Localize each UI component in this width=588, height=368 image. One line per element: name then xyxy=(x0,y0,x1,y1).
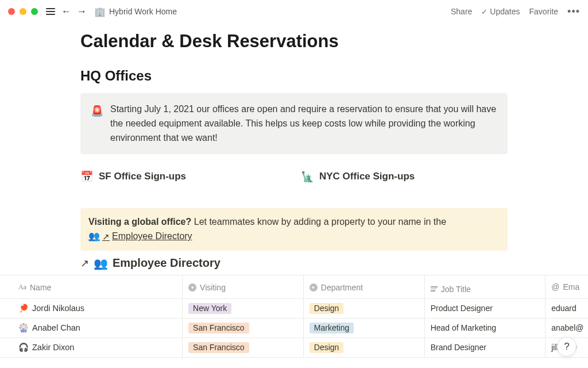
text-icon: Aa xyxy=(18,283,26,292)
page-content: Calendar & Desk Reservations HQ Offices … xyxy=(0,22,588,358)
row-name: Anabel Chan xyxy=(32,323,80,332)
row-icon: 🏓 xyxy=(18,304,29,313)
visiting-callout: Visiting a global office? Let teammates … xyxy=(80,208,508,251)
topbar-left: ← → 🏢 Hybrid Work Home xyxy=(8,6,177,17)
col-name[interactable]: AaName xyxy=(0,275,183,298)
updates-label: Updates xyxy=(490,7,520,16)
email-cell: anabel@ xyxy=(546,318,588,338)
arrow-upright-icon: ↗ xyxy=(102,230,110,243)
table-row[interactable]: 🎡Anabel ChanSan FranciscoMarketingHead o… xyxy=(0,318,588,338)
database-table: AaName ▾Visiting ▾Department Job Title @… xyxy=(0,275,588,358)
col-name-label: Name xyxy=(30,283,51,292)
menu-icon[interactable] xyxy=(45,7,56,16)
breadcrumb[interactable]: 🏢 Hybrid Work Home xyxy=(94,6,177,17)
help-button[interactable]: ? xyxy=(557,337,577,356)
sf-signups-label: SF Office Sign-ups xyxy=(99,171,186,182)
minimize-window-icon[interactable] xyxy=(20,8,26,15)
col-email-label: Ema xyxy=(563,282,579,292)
topbar-right: Share ✓ Updates Favorite ••• xyxy=(451,6,580,17)
col-visiting[interactable]: ▾Visiting xyxy=(183,275,304,298)
visiting-bold: Visiting a global office? xyxy=(88,217,191,227)
job-title-cell: Product Designer xyxy=(424,298,546,318)
back-button[interactable]: ← xyxy=(61,6,72,17)
updates-button[interactable]: ✓ Updates xyxy=(481,7,520,16)
page-title: Calendar & Desk Reservations xyxy=(80,31,508,52)
at-icon: @ xyxy=(551,282,559,292)
sf-signups-link[interactable]: 📅 SF Office Sign-ups xyxy=(80,170,287,183)
employee-directory-inline-link[interactable]: 👥 ↗ Employee Directory xyxy=(88,229,192,244)
maximize-window-icon[interactable] xyxy=(31,8,38,15)
window-controls xyxy=(8,8,38,15)
topbar: ← → 🏢 Hybrid Work Home Share ✓ Updates F… xyxy=(0,0,588,22)
database-title: Employee Directory xyxy=(113,256,220,270)
col-job-label: Job Title xyxy=(441,285,471,294)
info-callout: 🚨 Starting July 1, 2021 our offices are … xyxy=(80,93,508,154)
table-header-row: AaName ▾Visiting ▾Department Job Title @… xyxy=(0,275,588,298)
col-department[interactable]: ▾Department xyxy=(303,275,424,298)
department-tag: Design xyxy=(310,303,344,314)
close-window-icon[interactable] xyxy=(8,8,15,15)
select-icon: ▾ xyxy=(188,283,196,292)
calendar-icon: 📅 xyxy=(80,170,93,183)
email-cell: eduard xyxy=(546,298,588,318)
job-title-cell: Head of Marketing xyxy=(424,318,546,338)
select-icon: ▾ xyxy=(310,283,318,292)
row-name: Zakir Dixon xyxy=(32,343,74,352)
text-icon xyxy=(431,286,438,292)
page-icon: 🏢 xyxy=(94,6,106,17)
breadcrumb-label: Hybrid Work Home xyxy=(109,7,177,16)
visiting-text: Let teammates know by adding a property … xyxy=(191,217,446,227)
col-visiting-label: Visiting xyxy=(200,283,226,292)
visiting-tag: San Francisco xyxy=(188,323,249,334)
col-job-title[interactable]: Job Title xyxy=(424,275,546,298)
alert-icon: 🚨 xyxy=(91,103,103,145)
row-icon: 🎡 xyxy=(18,323,29,332)
nyc-signups-label: NYC Office Sign-ups xyxy=(319,171,415,182)
share-button[interactable]: Share xyxy=(451,7,472,16)
statue-icon: 🗽 xyxy=(301,170,314,183)
nyc-signups-link[interactable]: 🗽 NYC Office Sign-ups xyxy=(301,170,508,183)
inline-link-label: Employee Directory xyxy=(112,229,192,244)
col-email[interactable]: @Ema xyxy=(546,275,588,298)
arrow-upright-icon: ↗ xyxy=(80,257,89,270)
department-tag: Marketing xyxy=(310,323,354,334)
check-icon: ✓ xyxy=(481,7,488,16)
department-tag: Design xyxy=(310,342,344,353)
more-icon[interactable]: ••• xyxy=(567,6,580,17)
forward-button[interactable]: → xyxy=(76,6,87,17)
job-title-cell: Brand Designer xyxy=(424,338,546,357)
col-department-label: Department xyxy=(321,283,363,292)
database-title-link[interactable]: ↗ 👥 Employee Directory xyxy=(80,256,508,270)
row-name: Jordi Nikolaus xyxy=(32,304,84,313)
section-title: HQ Offices xyxy=(80,68,508,84)
signups-row: 📅 SF Office Sign-ups 🗽 NYC Office Sign-u… xyxy=(80,170,508,183)
callout-text: Starting July 1, 2021 our offices are op… xyxy=(110,102,497,145)
visiting-tag: San Francisco xyxy=(188,342,249,353)
table-row[interactable]: 🏓Jordi NikolausNew YorkDesignProduct Des… xyxy=(0,298,588,318)
visiting-tag: New York xyxy=(188,303,231,314)
table-row[interactable]: 🎧Zakir DixonSan FranciscoDesignBrand Des… xyxy=(0,338,588,357)
favorite-button[interactable]: Favorite xyxy=(529,7,559,16)
row-icon: 🎧 xyxy=(18,343,29,352)
people-icon: 👥 xyxy=(88,229,100,244)
people-icon: 👥 xyxy=(94,256,108,270)
